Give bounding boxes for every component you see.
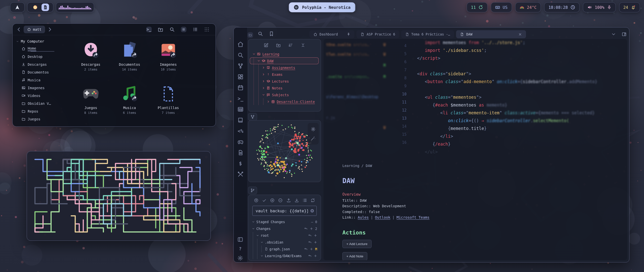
undo-icon[interactable] — [304, 247, 308, 251]
tree-item-learning[interactable]: Learning — [248, 51, 321, 57]
git-row-learning-daw-exams[interactable]: Learning/DAW/Exams — [248, 252, 321, 259]
folder-videos[interactable]: Videos4 items — [110, 124, 149, 127]
git-row-changes[interactable]: Changes2 — [248, 225, 321, 232]
add-note-button[interactable]: + Add Note — [342, 252, 367, 260]
sidebar-root[interactable]: My Computer — [16, 38, 57, 45]
tray-audio[interactable]: 100% — [583, 2, 616, 12]
sidebar-item-desktop[interactable]: Desktop — [16, 53, 57, 60]
breadcrumb[interactable]: matt — [24, 26, 45, 33]
git-graph-icon[interactable] — [237, 63, 244, 69]
undo-icon[interactable] — [304, 227, 308, 230]
discard-icon[interactable]: — — [311, 220, 313, 224]
wand-icon[interactable] — [311, 136, 316, 141]
undo-icon[interactable] — [308, 234, 312, 237]
panel-left-icon[interactable] — [237, 236, 243, 243]
menu-grid-icon[interactable] — [204, 27, 210, 32]
tray-keyboard-layout[interactable]: US — [491, 2, 512, 12]
folder-juegos[interactable]: Juegos8 items — [71, 81, 110, 124]
new-note-icon[interactable] — [264, 43, 268, 48]
home-icon[interactable] — [237, 41, 244, 48]
workspace-2[interactable] — [42, 4, 49, 11]
sidebar-item-descargas[interactable]: Descargas — [16, 60, 57, 68]
tree-item-exams[interactable]: !Exams — [248, 71, 321, 78]
table-icon[interactable] — [237, 106, 244, 113]
toggle-right-sidebar-icon[interactable] — [622, 32, 627, 37]
git-row-graph.json[interactable]: graph.jsonM — [248, 246, 321, 252]
tree-item-desarrollo-cliente[interactable]: Desarrollo-Cliente — [248, 98, 321, 105]
help-icon[interactable]: ? — [237, 246, 243, 252]
tab-asp-practice-6[interactable]: ASP Practice 6 — [356, 30, 399, 38]
tab-dashboard[interactable]: Dashboard — [309, 30, 354, 38]
tree-item-assignments[interactable]: Assignments — [248, 64, 321, 71]
sidebar-item-repos[interactable]: Repos — [16, 107, 57, 115]
tab-tema-6-pr-cticas-[interactable]: Tema 6 Prácticas -… — [401, 30, 454, 38]
launcher-button[interactable] — [10, 2, 25, 12]
git-collapse-chip[interactable] — [248, 187, 257, 194]
tab-daw[interactable]: DAW — [456, 30, 526, 38]
tray-weather[interactable]: 24°C — [515, 2, 541, 12]
sidebar-item-home[interactable]: Home — [16, 45, 57, 53]
folder-repos[interactable]: Repos6 items — [71, 124, 110, 127]
tree-item-notes[interactable]: Notes — [248, 85, 321, 91]
tray-updates[interactable]: 11 — [467, 2, 488, 12]
calendar-icon[interactable] — [237, 84, 244, 91]
gamepad-icon[interactable] — [237, 139, 244, 145]
tree-item-lectures[interactable]: Lectures — [248, 78, 321, 85]
clear-icon[interactable] — [310, 209, 314, 213]
refresh-icon[interactable] — [310, 198, 315, 203]
pull-icon[interactable] — [294, 198, 299, 203]
terminal-icon[interactable]: >_ — [237, 95, 244, 102]
layout-dashboard-icon[interactable] — [237, 74, 244, 80]
graph-collapse-chip[interactable] — [248, 113, 257, 121]
sidebar-item-imagenes[interactable]: Imagenes — [16, 84, 57, 92]
code-template-icon[interactable]: <% — [237, 128, 244, 134]
plus-icon[interactable] — [310, 247, 313, 251]
undo-icon[interactable] — [308, 254, 312, 258]
sidebar-item-musica[interactable]: Musica — [16, 76, 57, 84]
tab-close-icon[interactable] — [518, 32, 522, 36]
list-icon[interactable] — [302, 198, 307, 203]
settings-icon[interactable] — [311, 127, 316, 132]
git-row-.obsidian[interactable]: .obsidian — [248, 239, 321, 246]
git-row-root[interactable]: root — [248, 232, 321, 239]
tray-clock[interactable]: 18:08:28 — [544, 2, 580, 12]
forward-icon[interactable] — [47, 26, 53, 33]
git-row-staged-changes[interactable]: Staged Changes—0 — [248, 218, 321, 225]
workspace-1[interactable] — [31, 4, 39, 11]
plus-icon[interactable] — [314, 241, 317, 244]
commit-message-input[interactable] — [252, 206, 317, 216]
grid-view-icon[interactable] — [181, 27, 186, 32]
sidebar-item-juegos[interactable]: Juegos — [16, 115, 57, 123]
push-icon[interactable] — [286, 198, 291, 203]
sort-icon[interactable] — [288, 43, 293, 48]
bookmark-icon[interactable] — [269, 31, 274, 37]
chevron-down-icon[interactable] — [611, 32, 616, 37]
search-icon[interactable] — [237, 52, 244, 58]
dollar-icon[interactable]: $ — [237, 160, 244, 167]
collapse-icon[interactable] — [301, 43, 305, 48]
folder-imagenes[interactable]: Imagenes10 items — [149, 38, 188, 81]
plus-icon[interactable] — [314, 234, 317, 237]
note-link-aules[interactable]: Aules — [358, 215, 369, 219]
tools-icon[interactable] — [237, 171, 244, 178]
tree-item-daw[interactable]: DAW — [248, 57, 321, 64]
settings-icon[interactable] — [237, 255, 243, 261]
file-dice-icon[interactable] — [237, 149, 244, 156]
search-icon[interactable] — [169, 27, 175, 32]
minus-circle-icon[interactable] — [278, 198, 283, 203]
folder-plus-icon[interactable] — [158, 27, 163, 32]
search-icon[interactable] — [258, 31, 263, 37]
add-lecture-button[interactable]: + Add Lecture — [342, 240, 372, 248]
new-tab-icon[interactable] — [530, 32, 535, 37]
commit-push-icon[interactable] — [254, 198, 259, 203]
now-playing-widget[interactable]: Polyphia - Neurotica — [289, 2, 355, 12]
check-icon[interactable] — [262, 198, 267, 203]
folder-musica[interactable]: Musica6 items — [110, 81, 149, 124]
sidebar-item-documentos[interactable]: Documentos — [16, 68, 57, 76]
folder-documentos[interactable]: Documentos14 items — [110, 38, 149, 81]
plus-icon[interactable] — [314, 254, 317, 258]
sidebar-item-obsidianv[interactable]: Obsidian V… — [16, 99, 57, 107]
tray-notifications[interactable]: 24 — [619, 2, 640, 12]
new-folder-icon[interactable] — [276, 43, 281, 48]
sidebar-item-videos[interactable]: Videos — [16, 92, 57, 99]
